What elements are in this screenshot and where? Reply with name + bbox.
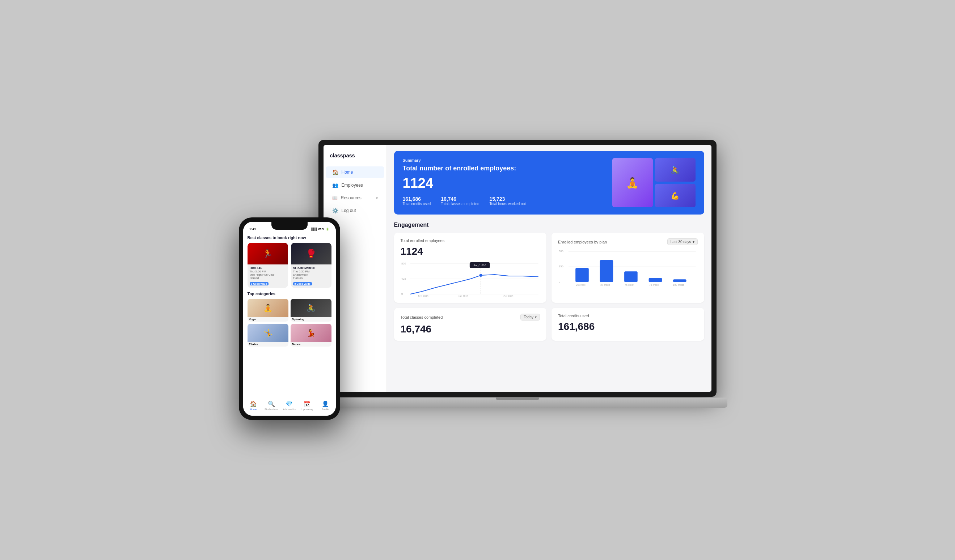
shadowbox-info: SHADOWBOX Thu 5:30 PM Shadowbox Flatiron… bbox=[291, 264, 332, 288]
enrolled-chart-card: Total enrolled employees 1124 850 425 0 bbox=[394, 233, 547, 303]
phone-nav-profile[interactable]: 👤 Profile bbox=[316, 399, 334, 412]
svg-text:0: 0 bbox=[401, 292, 403, 296]
phone-nav-upcoming[interactable]: 📅 Upcoming bbox=[298, 399, 316, 412]
summary-images: 🧘 🚴 💪 bbox=[612, 158, 695, 207]
phone-nav-add-credits[interactable]: 💎 Add credits bbox=[280, 399, 299, 412]
phone-card-high45[interactable]: 🏃 HIGH 45 Thu 5:00 PM Mile High Run Club… bbox=[247, 243, 288, 288]
phone-classes-title: Best classes to book right now bbox=[247, 236, 332, 240]
phone-card-shadowbox[interactable]: 🥊 SHADOWBOX Thu 5:30 PM Shadowbox Flatir… bbox=[291, 243, 332, 288]
resources-icon: 📖 bbox=[332, 196, 338, 200]
svg-text:850: 850 bbox=[401, 262, 405, 265]
wifi-icon: WiFi bbox=[318, 228, 324, 231]
gear-icon: ⚙️ bbox=[332, 208, 338, 213]
category-dance[interactable]: 💃 Dance bbox=[291, 324, 332, 347]
category-spinning[interactable]: 🚴 Spinning bbox=[291, 299, 332, 322]
by-plan-chart-title: Enrolled employees by plan bbox=[558, 240, 607, 244]
logo: classpass bbox=[324, 152, 387, 165]
bar-chart: 300 150 0 bbox=[558, 248, 698, 288]
svg-text:0: 0 bbox=[559, 280, 560, 284]
svg-text:75 credit: 75 credit bbox=[649, 284, 659, 286]
laptop-body: classpass 🏠 Home 👥 Employees 📖 Resources bbox=[318, 140, 717, 397]
svg-rect-19 bbox=[575, 268, 589, 282]
sidebar-item-logout-label: Log out bbox=[341, 208, 356, 213]
line-chart: 850 425 0 bbox=[401, 261, 540, 297]
yoga-image: 🧘 bbox=[247, 299, 288, 317]
add-credits-icon: 💎 bbox=[285, 400, 293, 407]
svg-rect-23 bbox=[673, 279, 686, 282]
add-credits-label: Add credits bbox=[283, 408, 296, 411]
pilates-label: Pilates bbox=[247, 342, 288, 347]
shadowbox-venue: Shadowbox bbox=[293, 273, 329, 276]
by-plan-filter-button[interactable]: Last 30 days ▾ bbox=[667, 238, 698, 245]
shadowbox-badge: 8 Good value bbox=[293, 282, 312, 285]
svg-text:150: 150 bbox=[559, 265, 564, 268]
stat-credits-value: 161,686 bbox=[403, 196, 431, 202]
charts-row: Total enrolled employees 1124 850 425 0 bbox=[394, 233, 704, 303]
laptop-base bbox=[308, 397, 727, 408]
total-classes-filter[interactable]: Today ▾ bbox=[520, 314, 540, 321]
spinning-label: Spinning bbox=[291, 317, 332, 322]
total-credits-header: Total credits used bbox=[558, 314, 698, 318]
high45-time: Thu 5:00 PM bbox=[250, 270, 286, 273]
laptop: classpass 🏠 Home 👥 Employees 📖 Resources bbox=[318, 140, 717, 408]
stat-classes-value: 16,746 bbox=[441, 196, 479, 202]
bottom-charts-row: Total classes completed Today ▾ 16,746 T… bbox=[394, 308, 704, 341]
enrolled-chart-title: Total enrolled employees bbox=[401, 238, 445, 243]
sidebar-item-home-label: Home bbox=[341, 170, 353, 175]
stat-classes-label: Total classes completed bbox=[441, 202, 479, 206]
spinning-image: 🚴 bbox=[291, 299, 332, 317]
svg-point-9 bbox=[479, 274, 482, 277]
svg-text:300: 300 bbox=[559, 250, 564, 253]
shadowbox-location: Flatiron bbox=[293, 276, 329, 280]
svg-rect-20 bbox=[600, 260, 614, 282]
battery-icon: 🔋 bbox=[326, 228, 329, 231]
status-right: ▐▐▐ WiFi 🔋 bbox=[310, 228, 329, 231]
high45-info: HIGH 45 Thu 5:00 PM Mile High Run Club N… bbox=[247, 264, 288, 288]
phone-nav-find-class[interactable]: 🔍 Find a class bbox=[262, 399, 280, 412]
summary-stats: 161,686 Total credits used 16,746 Total … bbox=[403, 196, 606, 206]
high45-image: 🏃 bbox=[247, 243, 288, 264]
stat-credits-label: Total credits used bbox=[403, 202, 431, 206]
phone-categories-title: Top categories bbox=[247, 292, 332, 296]
sidebar-item-logout[interactable]: ⚙️ Log out bbox=[326, 205, 384, 216]
summary-image-yoga: 🧘 bbox=[612, 158, 653, 207]
shadowbox-image: 🥊 bbox=[291, 243, 332, 264]
dance-image: 💃 bbox=[291, 324, 332, 342]
enrolled-chart-header: Total enrolled employees bbox=[401, 238, 540, 243]
category-pilates[interactable]: 🤸 Pilates bbox=[247, 324, 288, 347]
phone-bottom-nav: 🏠 Home 🔍 Find a class 💎 Add credits 📅 Up… bbox=[243, 395, 336, 416]
phone: 9:41 ▐▐▐ WiFi 🔋 Best classes to book rig… bbox=[239, 217, 340, 420]
phone-nav-home[interactable]: 🏠 Home bbox=[245, 399, 263, 412]
high45-location: Nomad bbox=[250, 276, 286, 280]
category-yoga[interactable]: 🧘 Yoga bbox=[247, 299, 288, 322]
total-classes-card: Total classes completed Today ▾ 16,746 bbox=[394, 308, 547, 341]
stat-credits: 161,686 Total credits used bbox=[403, 196, 431, 206]
profile-label: Profile bbox=[322, 408, 329, 411]
phone-screen: 9:41 ▐▐▐ WiFi 🔋 Best classes to book rig… bbox=[243, 222, 336, 416]
svg-rect-21 bbox=[624, 271, 638, 282]
employees-icon: 👥 bbox=[332, 182, 338, 188]
stat-hours-label: Total hours worked out bbox=[490, 202, 526, 206]
home-nav-icon: 🏠 bbox=[250, 400, 257, 407]
yoga-label: Yoga bbox=[247, 317, 288, 322]
summary-label: Summary bbox=[403, 158, 606, 163]
dance-label: Dance bbox=[291, 342, 332, 347]
summary-image-cycling: 🚴 bbox=[655, 158, 695, 181]
svg-text:25 credit: 25 credit bbox=[576, 284, 586, 286]
find-class-icon: 🔍 bbox=[268, 400, 275, 407]
total-credits-value: 161,686 bbox=[558, 321, 698, 332]
phone-notch bbox=[271, 222, 308, 230]
sidebar-item-employees[interactable]: 👥 Employees bbox=[326, 180, 384, 191]
by-plan-chart-header: Enrolled employees by plan Last 30 days … bbox=[558, 238, 698, 245]
svg-text:Jun 2019: Jun 2019 bbox=[458, 295, 468, 297]
svg-text:27 credit: 27 credit bbox=[600, 284, 610, 286]
high45-name: HIGH 45 bbox=[250, 266, 286, 270]
profile-icon: 👤 bbox=[322, 400, 329, 407]
total-classes-title: Total classes completed bbox=[401, 315, 443, 319]
svg-text:Feb 2019: Feb 2019 bbox=[418, 295, 429, 297]
sidebar-item-home[interactable]: 🏠 Home bbox=[326, 166, 384, 178]
sidebar-item-resources[interactable]: 📖 Resources ▾ bbox=[326, 192, 384, 203]
pilates-image: 🤸 bbox=[247, 324, 288, 342]
high45-badge: 8 Good value bbox=[250, 282, 269, 285]
summary-title: Total number of enrolled employees: bbox=[403, 164, 606, 172]
